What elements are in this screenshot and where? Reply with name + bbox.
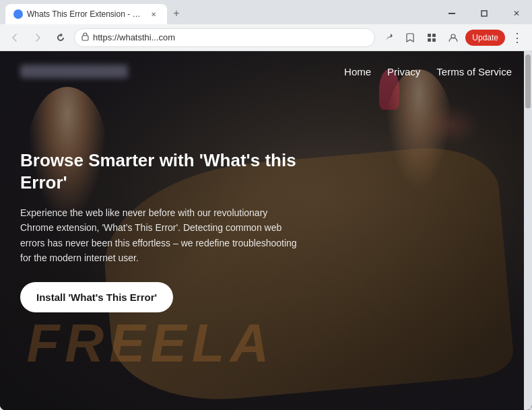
hero-description: Experience the web like never before wit… <box>20 205 303 266</box>
webpage-content: FREELA Home Privacy Terms of Service Bro… <box>0 51 532 410</box>
navigation-bar: Update ⋮ <box>0 24 532 51</box>
tab-bar: Whats This Error Extension - Hom ✕ + ✕ <box>0 0 532 24</box>
new-tab-button[interactable]: + <box>167 4 186 23</box>
svg-rect-4 <box>428 34 431 37</box>
lock-icon <box>81 32 89 42</box>
close-button[interactable]: ✕ <box>501 3 532 24</box>
nav-actions: Update ⋮ <box>379 28 527 47</box>
svg-rect-5 <box>432 34 436 37</box>
tab-favicon <box>13 9 23 19</box>
scene-accent <box>425 105 479 145</box>
browser-frame: Whats This Error Extension - Hom ✕ + ✕ <box>0 0 532 410</box>
extensions-button[interactable] <box>422 28 441 47</box>
site-logo <box>20 65 128 78</box>
svg-rect-6 <box>428 38 431 42</box>
hero-content: Browse Smarter with 'What's this Error' … <box>20 149 303 312</box>
share-button[interactable] <box>379 28 398 47</box>
svg-rect-3 <box>82 36 88 40</box>
site-logo-area <box>20 65 344 78</box>
hero-title: Browse Smarter with 'What's this Error' <box>20 149 303 195</box>
tab-close-button[interactable]: ✕ <box>148 9 159 20</box>
window-controls: ✕ <box>436 3 532 24</box>
svg-rect-2 <box>481 11 487 16</box>
nav-tos-link[interactable]: Terms of Service <box>436 66 512 77</box>
forward-button[interactable] <box>28 28 47 47</box>
nav-privacy-link[interactable]: Privacy <box>387 66 420 77</box>
maximize-button[interactable] <box>469 3 500 24</box>
update-button[interactable]: Update <box>465 30 505 46</box>
back-button[interactable] <box>5 28 24 47</box>
profile-button[interactable] <box>444 28 463 47</box>
install-button[interactable]: Install 'What's This Error' <box>20 282 173 312</box>
minimize-button[interactable] <box>436 3 467 24</box>
svg-rect-1 <box>448 13 455 14</box>
svg-point-0 <box>15 11 21 17</box>
scrollbar[interactable] <box>524 51 532 410</box>
more-options-button[interactable]: ⋮ <box>508 28 527 47</box>
active-tab[interactable]: Whats This Error Extension - Hom ✕ <box>5 4 167 24</box>
address-bar-container[interactable] <box>74 28 375 47</box>
reload-button[interactable] <box>51 28 70 47</box>
nav-home-link[interactable]: Home <box>344 66 371 77</box>
watermark-text: FREELA <box>27 312 275 374</box>
site-navigation: Home Privacy Terms of Service <box>0 51 532 92</box>
address-input[interactable] <box>93 32 368 42</box>
svg-rect-7 <box>432 38 436 42</box>
site-nav-links: Home Privacy Terms of Service <box>344 66 512 77</box>
tab-title: Whats This Error Extension - Hom <box>27 9 144 19</box>
bookmark-button[interactable] <box>401 28 420 47</box>
